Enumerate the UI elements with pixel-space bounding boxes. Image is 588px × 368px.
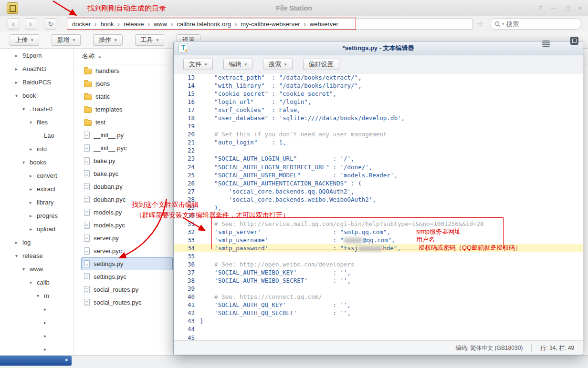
tree-collapse-icon[interactable]: ▾ xyxy=(37,293,44,298)
tree-expand-icon[interactable]: ▸ xyxy=(15,53,22,58)
file-row[interactable]: __init__.pyc xyxy=(81,142,173,154)
code-line[interactable]: 25 "SOCIAL_AUTH_USER_MODEL" : 'models.Re… xyxy=(174,171,583,179)
tree-expand-icon[interactable]: ▸ xyxy=(44,307,51,312)
code-line[interactable]: 40 # See: https://connect.qq.com/ xyxy=(174,293,583,301)
tree-expand-icon[interactable]: ▸ xyxy=(30,200,37,205)
tree-collapse-icon[interactable]: ▾ xyxy=(22,106,30,112)
back-button[interactable]: ‹ xyxy=(8,18,19,30)
code-line[interactable]: 17 "xsrf_cookies" : False, xyxy=(174,106,583,114)
tree-collapse-icon[interactable]: ▾ xyxy=(30,280,37,285)
search-box[interactable]: ▾ xyxy=(490,18,581,30)
sidebar-item[interactable]: ▸info xyxy=(0,142,74,155)
sidebar-item[interactable]: ▸BaiduPCS xyxy=(0,75,74,89)
forward-button[interactable]: › xyxy=(25,18,36,30)
tree-expand-icon[interactable]: ▸ xyxy=(44,333,51,338)
editor-menu-button[interactable]: 偏好设置 xyxy=(303,59,339,70)
code-line[interactable]: 33 'smtp_username' : "@qq.com", xyxy=(174,236,583,244)
file-row[interactable]: social_routes.py xyxy=(81,283,173,296)
minimize-icon[interactable]: — xyxy=(550,4,557,12)
sidebar-item[interactable]: ▸library xyxy=(0,195,74,209)
breadcrumb-item[interactable]: my-calibre-webserver xyxy=(241,20,300,28)
tree-collapse-icon[interactable]: ▾ xyxy=(22,160,30,165)
tree-expand-icon[interactable]: ▸ xyxy=(15,240,22,245)
code-line[interactable]: 14 "with_library" : "/data/books/library… xyxy=(174,82,583,90)
code-line[interactable]: 32 'smtp_server' : "smtp.qq.com", xyxy=(174,228,583,236)
file-row[interactable]: models.py xyxy=(81,206,173,219)
tree-collapse-icon[interactable]: ▾ xyxy=(30,120,37,125)
tree-collapse-icon[interactable]: ▾ xyxy=(15,253,22,258)
file-row[interactable]: douban.py xyxy=(81,180,173,193)
sidebar-item[interactable]: ▸extract xyxy=(0,182,74,195)
sidebar-item[interactable]: ▸log xyxy=(0,235,74,249)
breadcrumb-item[interactable]: docker xyxy=(72,20,91,28)
file-row[interactable]: bake.py xyxy=(81,154,173,167)
file-row[interactable]: handlers xyxy=(81,64,173,77)
code-line[interactable]: 28 'social_core.backends.weibo.WeiboOAut… xyxy=(174,195,583,204)
breadcrumb-item[interactable]: www xyxy=(154,20,167,28)
code-line[interactable]: 29 ), xyxy=(174,204,583,212)
file-row[interactable]: __init__.py xyxy=(81,129,173,142)
sidebar-item[interactable]: ▸ xyxy=(0,342,74,355)
file-row[interactable]: test xyxy=(81,116,173,129)
code-line[interactable]: 27 'social_core.backends.qq.QQOAuth2', xyxy=(174,187,583,195)
code-line[interactable]: 45 xyxy=(174,334,583,341)
file-row[interactable]: static xyxy=(81,90,173,103)
file-row[interactable]: jsons xyxy=(81,77,173,90)
tree-expand-icon[interactable]: ▸ xyxy=(30,173,37,178)
file-row[interactable]: douban.pyc xyxy=(81,193,173,206)
maximize-icon[interactable]: □ xyxy=(566,4,569,12)
favorite-star-icon[interactable]: ☆ xyxy=(477,20,483,29)
breadcrumb-item[interactable]: calibre.talebook.org xyxy=(177,20,231,28)
toolbar-button[interactable]: 上传▾ xyxy=(10,34,39,46)
file-row[interactable]: settings.pyc xyxy=(81,270,173,283)
code-line[interactable]: 41 'SOCIAL_AUTH_QQ_KEY' : '', xyxy=(174,301,583,309)
code-line[interactable]: 42 'SOCIAL_AUTH_QQ_SECRET' : '', xyxy=(174,309,583,317)
sidebar-item[interactable]: ▾book xyxy=(0,89,74,102)
sidebar-item[interactable]: ▸Aria2NG xyxy=(0,62,74,75)
file-row[interactable]: settings.py xyxy=(81,257,173,270)
breadcrumb-item[interactable]: release xyxy=(124,20,144,28)
file-row[interactable]: social_routes.pyc xyxy=(81,296,173,309)
sidebar-item[interactable]: ▾.Trash-0 xyxy=(0,102,74,115)
close-icon[interactable]: × xyxy=(578,4,582,12)
breadcrumb-item[interactable]: book xyxy=(100,20,114,28)
window-titlebar[interactable]: File Station ? — □ × xyxy=(0,0,588,17)
tree-expand-icon[interactable]: ▸ xyxy=(30,146,37,152)
sidebar-item[interactable]: ▾release xyxy=(0,249,74,262)
search-scope-caret-icon[interactable]: ▾ xyxy=(502,22,504,26)
tree-expand-icon[interactable]: ▸ xyxy=(30,213,37,218)
sidebar-item[interactable]: ▸ xyxy=(0,329,74,342)
refresh-button[interactable]: ↻ xyxy=(45,18,56,30)
tree-collapse-icon[interactable]: ▾ xyxy=(22,266,30,272)
code-line[interactable]: 22 xyxy=(174,146,583,154)
sidebar-item[interactable]: ▸ xyxy=(0,316,74,329)
file-row[interactable]: server.pyc xyxy=(81,245,173,257)
sidebar-item[interactable]: ▸upload xyxy=(0,222,74,235)
sidebar-item[interactable]: ▾files xyxy=(0,115,74,129)
sidebar-item[interactable]: ▾www xyxy=(0,262,74,276)
sidebar-item[interactable]: ▾m xyxy=(0,289,74,302)
code-line[interactable]: 20 # Set this if you don't need any user… xyxy=(174,130,583,138)
sidebar-item[interactable]: ▸ xyxy=(0,302,74,316)
tree-collapse-icon[interactable]: ▾ xyxy=(15,93,22,98)
editor-menu-button[interactable]: 搜索▾ xyxy=(263,59,293,70)
sidebar-item[interactable]: Lao xyxy=(0,129,74,142)
toolbar-button[interactable]: 新增▾ xyxy=(52,34,81,46)
sidebar-item[interactable]: ▸convert xyxy=(0,169,74,182)
code-line[interactable]: 37 'SOCIAL_AUTH_WEIBO_KEY' : '', xyxy=(174,268,583,276)
file-row[interactable]: bake.pyc xyxy=(81,167,173,180)
tree-expand-icon[interactable]: ▸ xyxy=(30,226,37,232)
help-icon[interactable]: ? xyxy=(538,4,542,12)
sidebar-item[interactable]: ▾calib xyxy=(0,276,74,289)
code-line[interactable]: 19 xyxy=(174,122,583,130)
code-line[interactable]: 31 # See: http://service.mail.qq.com/cgi… xyxy=(174,220,583,228)
code-line[interactable]: 26 "SOCIAL_AUTH_AUTHENTICATION_BACKENDS"… xyxy=(174,179,583,187)
encoding-status[interactable]: 编码: 简体中文 (GB18030) xyxy=(447,344,532,352)
sidebar-item[interactable]: ▾books xyxy=(0,155,74,169)
code-line[interactable]: 13 "extract_path" : "/data/books/extract… xyxy=(174,73,583,82)
editor-titlebar[interactable]: T *settings.py - 文本编辑器 xyxy=(174,41,583,55)
sidebar-toggle-handle[interactable]: ▸ xyxy=(0,356,72,366)
code-line[interactable]: 30 xyxy=(174,212,583,220)
breadcrumb-item[interactable]: webserver xyxy=(310,20,338,28)
code-line[interactable]: 38 'SOCIAL_AUTH_WEIBO_SECRET' : '', xyxy=(174,276,583,285)
